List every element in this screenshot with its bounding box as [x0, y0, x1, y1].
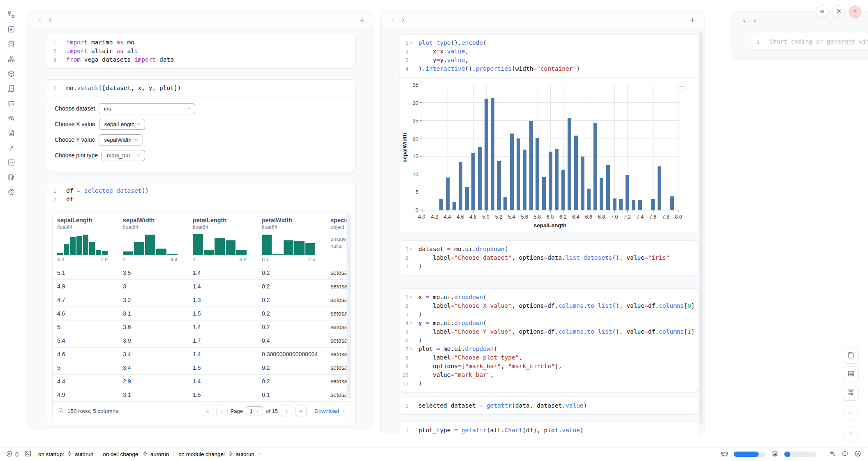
code-editor[interactable]: 1∨plot_type().encode(2 x=x.value,3 y=y.v… — [399, 35, 698, 77]
bar[interactable] — [485, 99, 488, 210]
bar[interactable] — [549, 152, 552, 210]
search-icon[interactable] — [58, 407, 64, 415]
bar[interactable] — [632, 200, 635, 210]
prev-page-button[interactable]: ‹ — [216, 406, 228, 416]
bar[interactable] — [536, 138, 539, 210]
copilot-button[interactable] — [841, 450, 849, 459]
bar[interactable] — [446, 177, 450, 210]
chart-menu-button[interactable] — [676, 81, 687, 92]
dataset-select[interactable]: iris — [99, 103, 195, 114]
bar[interactable] — [497, 161, 501, 210]
add-cell-button[interactable] — [687, 15, 698, 25]
code-editor[interactable]: 1∨x = mo.ui.dropdown(2 label="Choose X v… — [399, 289, 698, 392]
command-palette-button[interactable] — [843, 385, 859, 401]
first-page-button[interactable]: « — [202, 406, 213, 416]
column-prev-button[interactable] — [387, 15, 398, 25]
bar[interactable] — [658, 166, 661, 210]
bar[interactable] — [439, 199, 443, 210]
add-cell-button[interactable] — [357, 15, 367, 25]
bar[interactable] — [510, 134, 514, 210]
sidebar-item-packages[interactable] — [6, 69, 16, 80]
sidebar-item-documentation[interactable] — [6, 128, 16, 139]
code-editor[interactable]: 1import marimo as mo2import altair as al… — [47, 34, 355, 68]
bar[interactable] — [651, 199, 655, 210]
plot-type-select[interactable]: mark_bar — [102, 150, 145, 161]
column-next-button[interactable] — [749, 15, 760, 25]
bar[interactable] — [555, 149, 559, 210]
bar[interactable] — [459, 162, 462, 210]
column-next-button[interactable] — [45, 15, 55, 25]
fold-icon[interactable]: ∨ — [409, 345, 414, 353]
fold-icon[interactable]: ∨ — [409, 39, 414, 47]
table-column-header[interactable]: sepalLengthfloat644.37.9 — [53, 217, 118, 266]
generate-link[interactable]: generate — [827, 38, 856, 45]
menu-button[interactable] — [816, 5, 829, 18]
ai-button[interactable] — [829, 450, 836, 459]
shutdown-button[interactable] — [849, 5, 861, 18]
on-startup-setting[interactable]: on startup: autorun — [38, 451, 93, 458]
bar[interactable] — [542, 177, 546, 210]
code-editor[interactable]: 1mo.vstack([dataset, x, y, plot]) — [47, 80, 355, 97]
code-editor[interactable]: 1Start coding or generate with — [750, 33, 868, 50]
errors-button[interactable] — [6, 450, 13, 459]
bar[interactable] — [568, 118, 571, 210]
code-editor[interactable]: 1plot_type = getattr(alt.Chart(df), plot… — [399, 422, 698, 434]
sidebar-item-tracing[interactable] — [6, 143, 16, 154]
bar[interactable] — [491, 98, 494, 210]
table-column-header[interactable]: sepalWidthfloat6424.4 — [118, 217, 188, 266]
sidebar-item-chat[interactable] — [6, 99, 16, 109]
plot-area[interactable] — [422, 85, 679, 210]
settings-button[interactable] — [832, 5, 845, 18]
sidebar-item-file-tree[interactable] — [6, 10, 16, 21]
bar[interactable] — [638, 200, 642, 210]
bar[interactable] — [503, 197, 507, 210]
terminal-button[interactable] — [24, 450, 32, 459]
sidebar-item-scratchpad[interactable] — [6, 173, 16, 183]
stop-button[interactable] — [843, 406, 859, 421]
sidebar-item-dependency-graph[interactable] — [6, 54, 16, 65]
save-button[interactable] — [843, 348, 859, 364]
fold-icon[interactable]: ∨ — [409, 319, 414, 327]
code-editor[interactable]: 1df = selected_dataset()2df — [47, 182, 355, 208]
last-page-button[interactable]: » — [295, 406, 307, 416]
bar[interactable] — [517, 138, 520, 210]
sidebar-item-functions[interactable] — [6, 25, 16, 35]
bar[interactable] — [670, 196, 674, 210]
bar[interactable] — [581, 157, 584, 210]
code-editor[interactable]: 1selected_dataset = getattr(data, datase… — [399, 397, 698, 414]
layout-button[interactable] — [843, 366, 859, 382]
on-module-change-setting[interactable]: on module change: autorun — [178, 451, 262, 458]
bar[interactable] — [613, 198, 616, 210]
bar[interactable] — [561, 170, 565, 210]
column-next-button[interactable] — [398, 15, 409, 25]
bar[interactable] — [574, 136, 578, 210]
bar[interactable] — [465, 187, 469, 210]
bar[interactable] — [600, 178, 603, 210]
code-editor[interactable]: 1∨dataset = mo.ui.dropdown(2 label="Choo… — [399, 241, 698, 275]
sidebar-item-logs[interactable] — [6, 113, 16, 124]
bar[interactable] — [619, 199, 623, 210]
download-button[interactable]: Download — [314, 408, 346, 414]
sidebar-item-scripts[interactable] — [6, 84, 16, 95]
bar[interactable] — [452, 202, 456, 210]
table-column-header[interactable]: petalLengthfloat6416.9 — [188, 217, 257, 266]
connection-status-button[interactable] — [854, 450, 861, 459]
table-column-header[interactable]: petalWidthfloat640.12.5 — [257, 217, 326, 266]
on-cell-change-setting[interactable]: on cell change: autorun — [103, 451, 169, 458]
sidebar-item-help[interactable] — [6, 187, 16, 198]
page-select[interactable]: 1 — [246, 406, 263, 415]
y-value-select[interactable]: sepalWidth — [99, 134, 143, 145]
x-value-select[interactable]: sepalLength — [99, 119, 145, 130]
fold-icon[interactable]: ∨ — [409, 245, 414, 254]
sidebar-item-database[interactable] — [6, 39, 16, 50]
table-scrollbar[interactable] — [346, 214, 351, 399]
fold-icon[interactable]: ∨ — [409, 293, 414, 302]
bar[interactable] — [529, 121, 533, 210]
bar[interactable] — [587, 189, 591, 210]
bar[interactable] — [606, 165, 610, 210]
bar[interactable] — [626, 175, 629, 210]
column-prev-button[interactable] — [739, 15, 749, 25]
bar[interactable] — [478, 147, 482, 210]
bar[interactable] — [523, 150, 526, 210]
run-button[interactable] — [843, 426, 859, 442]
